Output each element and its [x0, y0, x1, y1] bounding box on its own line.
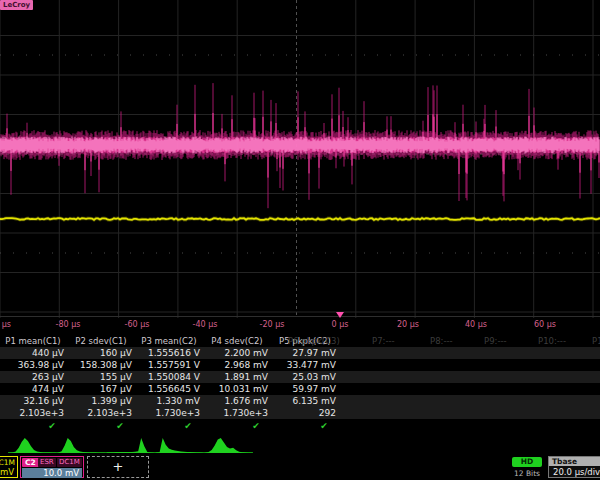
param-cell-p2-min: 155 µV: [66, 371, 132, 383]
time-axis-label: 60 µs: [534, 320, 556, 329]
param-cell-p1-mean: 363.98 µV: [0, 359, 64, 371]
trigger-position-marker[interactable]: [336, 312, 344, 318]
channel-c2-label: C2: [22, 458, 39, 467]
measurement-row-max: 474 µV167 µV1.556645 V10.031 mV59.97 mV: [0, 383, 600, 395]
time-axis-label: 40 µs: [465, 320, 487, 329]
param-header-inactive[interactable]: P9:---: [484, 336, 507, 347]
channel-c2-descriptor[interactable]: C2 ESR DC1M 10.0 mV: [20, 456, 84, 478]
channel-c1-descriptor[interactable]: C1 DC1M 10.0 mV: [0, 456, 18, 478]
channel-c1-coupling-badge: DC1M: [0, 458, 15, 467]
param-cell-p3-sdev: 1.330 mV: [134, 395, 200, 407]
measurement-status-row: ✔✔✔✔✔: [0, 419, 600, 431]
param-cell-p3-max: 1.556645 V: [134, 383, 200, 395]
param-cell-p4-num: 1.730e+3: [202, 407, 268, 419]
param-header-inactive[interactable]: P10:---: [538, 336, 566, 347]
param-cell-p3-value: 1.555616 V: [134, 347, 200, 359]
param-cell-p5-num: 292: [270, 407, 336, 419]
measurement-row-min: 263 µV155 µV1.550084 V1.891 mV25.03 mV: [0, 371, 600, 383]
param-cell-p3-mean: 1.557591 V: [134, 359, 200, 371]
channel-c2-scale: 10.0 mV: [22, 468, 82, 478]
param-header-inactive[interactable]: P7:---: [372, 336, 395, 347]
time-axis-label: -40 µs: [193, 320, 218, 329]
param-cell-p2-sdev: 1.399 µV: [66, 395, 132, 407]
param-header-p2[interactable]: P2 sdev(C1): [68, 336, 134, 347]
param-cell-p3-min: 1.550084 V: [134, 371, 200, 383]
time-axis-label: -100 µs: [0, 320, 11, 329]
param-cell-p5-value: 27.97 mV: [270, 347, 336, 359]
time-axis-label: -20 µs: [260, 320, 285, 329]
param-status-check-p2: ✔: [112, 419, 128, 433]
param-cell-p5-max: 59.97 mV: [270, 383, 336, 395]
param-cell-p4-sdev: 1.676 mV: [202, 395, 268, 407]
add-trace-button[interactable]: +: [87, 456, 149, 478]
param-header-inactive[interactable]: P1: [592, 336, 600, 347]
time-axis-label: 20 µs: [397, 320, 419, 329]
time-axis-label: -60 µs: [125, 320, 150, 329]
param-header-inactive[interactable]: P6 pkpk(C3): [288, 336, 340, 347]
param-header-p3[interactable]: P3 mean(C2): [136, 336, 202, 347]
measurement-row-mean: 363.98 µV158.308 µV1.557591 V2.968 mV33.…: [0, 359, 600, 371]
waveform-display: [0, 0, 600, 318]
param-cell-p2-num: 2.103e+3: [66, 407, 132, 419]
param-cell-p5-min: 25.03 mV: [270, 371, 336, 383]
param-status-check-p1: ✔: [44, 419, 60, 433]
param-status-check-p4: ✔: [248, 419, 264, 433]
param-cell-p1-max: 474 µV: [0, 383, 64, 395]
channel-c1-header: C1 DC1M: [0, 457, 17, 467]
channel-c1-scale: 10.0 mV: [0, 467, 17, 477]
param-cell-p4-mean: 2.968 mV: [202, 359, 268, 371]
oscilloscope-screen: LeCroy -100 µs-80 µs-60 µs-40 µs-20 µs0 …: [0, 0, 600, 480]
time-axis-label: 0 µs: [332, 320, 349, 329]
channel-c2-coupling-badge: DC1M: [57, 458, 82, 467]
param-cell-p1-min: 263 µV: [0, 371, 64, 383]
hd-bits-label: 12 Bits: [505, 469, 549, 478]
param-cell-p2-mean: 158.308 µV: [66, 359, 132, 371]
timebase-value: 20.0 µs/div: [549, 467, 600, 478]
param-cell-p4-max: 10.031 mV: [202, 383, 268, 395]
param-status-check-p5: ✔: [316, 419, 332, 433]
param-status-check-p3: ✔: [180, 419, 196, 433]
measurement-row-sdev: 32.16 µV1.399 µV1.330 mV1.676 mV6.135 mV: [0, 395, 600, 407]
param-cell-p1-sdev: 32.16 µV: [0, 395, 64, 407]
param-cell-p2-max: 167 µV: [66, 383, 132, 395]
measurement-row-num: 2.103e+32.103e+31.730e+31.730e+3292: [0, 407, 600, 419]
param-header-p1[interactable]: P1 mean(C1): [0, 336, 66, 347]
time-axis-label: -80 µs: [56, 320, 81, 329]
param-cell-p2-value: 160 µV: [66, 347, 132, 359]
timebase-title: Tbase: [549, 457, 600, 466]
top-left-badge[interactable]: LeCroy: [0, 0, 33, 10]
measurement-table: P1 mean(C1)P2 sdev(C1)P3 mean(C2)P4 sdev…: [0, 336, 600, 436]
time-axis: -100 µs-80 µs-60 µs-40 µs-20 µs0 µs20 µs…: [0, 316, 600, 334]
histicon-row[interactable]: [0, 434, 600, 456]
hd-mode-badge[interactable]: HD: [512, 457, 542, 467]
param-cell-p3-num: 1.730e+3: [134, 407, 200, 419]
param-cell-p4-value: 2.200 mV: [202, 347, 268, 359]
param-cell-p1-num: 2.103e+3: [0, 407, 64, 419]
param-cell-p5-mean: 33.477 mV: [270, 359, 336, 371]
param-cell-p5-sdev: 6.135 mV: [270, 395, 336, 407]
measurement-row-value: 440 µV160 µV1.555616 V2.200 mV27.97 mV: [0, 347, 600, 359]
channel-c2-esr-badge: ESR: [38, 458, 56, 467]
timebase-descriptor[interactable]: Tbase 20.0 µs/div: [548, 456, 600, 478]
param-header-p4[interactable]: P4 sdev(C2): [204, 336, 270, 347]
param-header-inactive[interactable]: P8:---: [430, 336, 453, 347]
param-cell-p1-value: 440 µV: [0, 347, 64, 359]
param-cell-p4-min: 1.891 mV: [202, 371, 268, 383]
